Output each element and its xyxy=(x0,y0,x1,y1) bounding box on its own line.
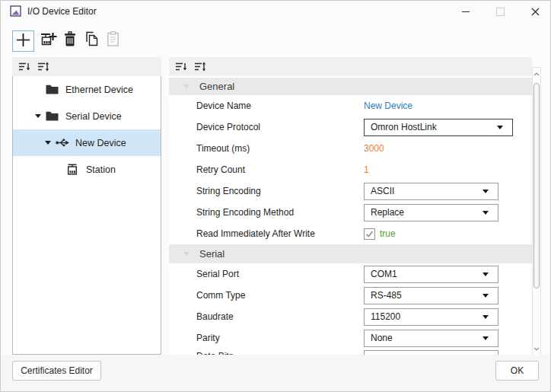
io-device-editor-window: { "window": { "title": "I/O Device Edito… xyxy=(0,0,551,392)
dropdown-value: RS-485 xyxy=(371,290,402,301)
scrollbar-thumb[interactable] xyxy=(533,83,540,288)
sort-descending-icon[interactable] xyxy=(18,61,30,73)
device-tree-panel: Ethernet DeviceSerial DeviceNew DeviceSt… xyxy=(12,57,161,355)
paste-button[interactable] xyxy=(103,30,123,50)
tree-item-label: Ethernet Device xyxy=(65,84,133,95)
property-value: 1 xyxy=(364,164,369,175)
property-row: Comm TypeRS-485 xyxy=(169,285,532,306)
copy-icon xyxy=(84,31,99,49)
tree-item-new-device[interactable]: New Device xyxy=(13,129,161,156)
property-row: Serial PortCOM1 xyxy=(169,263,532,285)
clipboard-icon xyxy=(107,31,119,49)
toolbar xyxy=(0,23,551,57)
property-label: String Encoding Method xyxy=(196,207,364,218)
chevron-down-icon xyxy=(483,315,489,319)
tree-item-ethernet-device[interactable]: Ethernet Device xyxy=(13,76,161,103)
station-plus-icon xyxy=(40,31,57,50)
property-value: New Device xyxy=(364,100,412,111)
scrollbar-up-icon[interactable] xyxy=(533,69,540,78)
titlebar: I/O Device Editor xyxy=(0,0,551,23)
section-collapse-icon xyxy=(183,252,190,256)
tree-panel-header xyxy=(12,57,161,76)
property-label: Serial Port xyxy=(196,269,364,279)
property-row: Timeout (ms)3000 xyxy=(169,138,532,159)
property-value: 3000 xyxy=(364,143,384,154)
close-button[interactable] xyxy=(522,0,548,23)
property-row: String EncodingASCII xyxy=(169,180,532,202)
property-value: true xyxy=(380,228,396,239)
scrollbar-down-icon[interactable] xyxy=(533,344,540,353)
dropdown-value: 115200 xyxy=(371,311,400,322)
window-title: I/O Device Editor xyxy=(27,6,97,17)
property-dropdown[interactable]: ASCII xyxy=(364,183,498,200)
ok-button[interactable]: OK xyxy=(495,361,539,381)
property-label: Device Name xyxy=(196,100,364,111)
section-title: General xyxy=(199,81,234,92)
property-label: Device Protocol xyxy=(196,122,364,132)
property-row: Data Bits8 xyxy=(169,349,532,355)
add-device-button[interactable] xyxy=(12,30,34,52)
sort-reorder-icon[interactable] xyxy=(193,61,206,73)
sort-reorder-icon[interactable] xyxy=(37,61,49,73)
property-dropdown[interactable]: Omron HostLink xyxy=(364,119,513,136)
property-dropdown[interactable]: Replace xyxy=(364,204,498,221)
property-label: Comm Type xyxy=(196,290,364,301)
property-label: Parity xyxy=(196,333,364,343)
property-label: String Encoding xyxy=(196,186,364,196)
maximize-button[interactable] xyxy=(487,0,513,23)
minimize-button[interactable] xyxy=(453,0,479,23)
property-dropdown[interactable]: None xyxy=(364,330,498,347)
chevron-down-icon xyxy=(483,272,489,276)
property-row: Read Immediately After Writetrue xyxy=(169,223,532,244)
plus-icon xyxy=(15,32,31,51)
usb-icon xyxy=(56,138,70,148)
dropdown-value: Replace xyxy=(371,207,404,218)
certificates-editor-button[interactable]: Certificates Editor xyxy=(12,361,101,381)
expander-down-icon[interactable] xyxy=(30,114,46,118)
expander-down-icon[interactable] xyxy=(40,141,56,145)
section-header-general[interactable]: General xyxy=(169,78,532,95)
chevron-down-icon xyxy=(497,126,503,129)
property-label: Timeout (ms) xyxy=(196,143,364,154)
property-row: String Encoding MethodReplace xyxy=(169,202,532,223)
dropdown-value: COM1 xyxy=(371,269,397,279)
minimize-icon xyxy=(462,11,470,12)
app-icon xyxy=(10,5,21,17)
property-label: Read Immediately After Write xyxy=(196,228,364,239)
maximize-icon xyxy=(496,8,505,16)
property-dropdown[interactable]: 115200 xyxy=(364,308,498,326)
dropdown-value: ASCII xyxy=(371,186,394,196)
dropdown-value: Omron HostLink xyxy=(371,122,437,132)
trash-icon xyxy=(63,31,77,49)
tree-item-label: Serial Device xyxy=(65,111,122,122)
add-station-button[interactable] xyxy=(38,30,59,50)
property-dropdown[interactable]: RS-485 xyxy=(364,287,498,304)
property-row: ParityNone xyxy=(169,327,532,349)
property-row: Device NameNew Device xyxy=(169,95,532,116)
property-label: Baudrate xyxy=(196,311,364,322)
sort-descending-icon[interactable] xyxy=(174,61,187,73)
section-header-serial[interactable]: Serial xyxy=(169,244,532,263)
vertical-scrollbar xyxy=(532,67,541,355)
chevron-down-icon xyxy=(483,294,489,298)
chevron-down-icon xyxy=(483,211,489,215)
property-row: Retry Count1 xyxy=(169,159,532,180)
section-title: Serial xyxy=(199,248,225,260)
close-icon xyxy=(531,8,540,16)
tree-item-station[interactable]: Station xyxy=(13,156,161,183)
delete-button[interactable] xyxy=(59,30,80,50)
folder-icon xyxy=(46,84,60,94)
chevron-down-icon xyxy=(483,336,489,340)
property-row: Baudrate115200 xyxy=(169,306,532,327)
property-row: Device ProtocolOmron HostLink xyxy=(169,116,532,138)
property-dropdown[interactable]: COM1 xyxy=(364,266,498,283)
section-collapse-icon xyxy=(183,84,190,88)
tree-item-label: Station xyxy=(86,164,116,175)
copy-button[interactable] xyxy=(81,30,101,50)
checkbox[interactable] xyxy=(364,228,375,240)
chevron-down-icon xyxy=(483,190,489,193)
property-panel: GeneralDevice NameNew DeviceDevice Proto… xyxy=(169,57,541,355)
tree-item-serial-device[interactable]: Serial Device xyxy=(13,103,161,129)
station-icon xyxy=(66,164,81,175)
property-panel-header xyxy=(169,57,532,76)
